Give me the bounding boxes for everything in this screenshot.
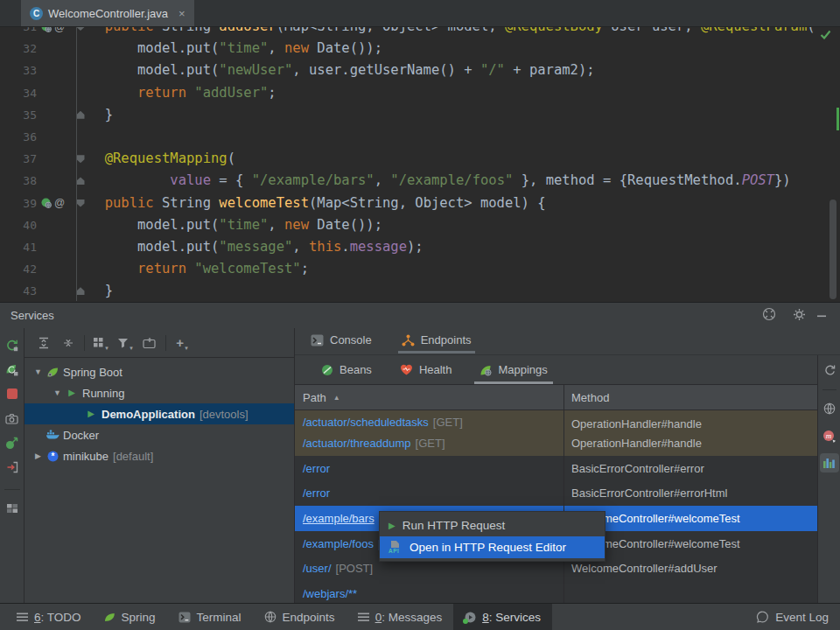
statusbar-event-log[interactable]: Event Log <box>745 611 840 624</box>
endpoint-row[interactable]: /errorBasicErrorController#errorHtml <box>295 480 817 506</box>
statusbar-item-label: 6: TODO <box>34 611 81 624</box>
endpoint-path-cell[interactable]: /actuator/threaddump[GET] <box>295 430 564 456</box>
mapping-icon[interactable] <box>41 198 52 208</box>
endpoint-row[interactable]: /actuator/scheduledtasks[GET]OperationHa… <box>295 410 817 430</box>
endpoint-path-link[interactable]: /actuator/scheduledtasks <box>303 416 429 429</box>
target-button[interactable] <box>758 304 780 324</box>
at-icon[interactable]: @ <box>54 198 65 208</box>
collapse-button[interactable] <box>58 333 79 353</box>
tab-health[interactable]: Health <box>400 356 452 384</box>
code-editor[interactable]: 31@ public String addUser(Map<String, Ob… <box>0 0 840 302</box>
separator <box>165 335 166 351</box>
tab-beans[interactable]: Beans <box>321 356 372 384</box>
line-number: 40 <box>0 219 37 232</box>
chart-button[interactable] <box>820 453 839 472</box>
tree-item-running[interactable]: ▼▶Running <box>24 382 294 403</box>
code-text: public String welcomeTest(Map<String, Ob… <box>88 192 546 214</box>
grid-button[interactable] <box>3 499 22 518</box>
tree-item-demoapplication[interactable]: ▶DemoApplication[devtools] <box>24 403 294 424</box>
endpoint-path-cell[interactable]: /error <box>295 456 564 481</box>
endpoint-path-cell[interactable]: /error <box>295 480 564 506</box>
close-tab-icon[interactable]: × <box>178 7 186 20</box>
editor-tab-title: WelcomeController.java <box>48 7 168 20</box>
code-line-35: 35 } <box>0 104 840 126</box>
frameplus-button[interactable] <box>139 333 160 353</box>
editor-tab-bar: C WelcomeController.java × <box>0 0 840 26</box>
inspection-ok-icon[interactable] <box>820 27 831 43</box>
tab-mappings[interactable]: Mappings <box>480 356 547 384</box>
menu-item-run-http-request[interactable]: ▶Run HTTP Request <box>380 514 605 536</box>
refresh-button[interactable] <box>820 360 839 380</box>
exit-button[interactable] <box>3 458 22 477</box>
play-icon: ▶ <box>64 388 80 397</box>
tree-expander-icon[interactable]: ▶ <box>32 452 45 460</box>
gear-button[interactable] <box>788 305 810 325</box>
metrics-button[interactable]: m <box>820 426 839 445</box>
tree-item-docker[interactable]: Docker <box>24 424 294 445</box>
mappings-table: Path ▲ Method /actuator/scheduledtasks[G… <box>295 384 817 604</box>
endpoint-path-link[interactable]: /example/bars <box>303 512 374 525</box>
globe-button[interactable] <box>820 399 839 418</box>
minimize-button[interactable] <box>810 306 833 326</box>
tree-expander-icon[interactable]: ▼ <box>51 388 64 397</box>
rerun-button[interactable] <box>3 335 22 354</box>
tree-item-spring-boot[interactable]: ▼Spring Boot <box>24 361 294 382</box>
endpoint-path-link[interactable]: /webjars/** <box>303 587 357 600</box>
scrollbar-analysis-marker <box>836 108 839 130</box>
endpoint-row[interactable]: /errorBasicErrorController#error <box>295 456 817 481</box>
plus-button[interactable]: +▾ <box>172 333 192 353</box>
fold-marker-icon[interactable] <box>77 177 85 185</box>
fold-marker-icon[interactable] <box>77 200 85 207</box>
kubernetes-icon: * <box>45 451 60 462</box>
editor-tab[interactable]: C WelcomeController.java × <box>21 0 194 26</box>
menu-item-open-in-http-request-editor[interactable]: APIOpen in HTTP Request Editor <box>380 536 605 558</box>
camera-button[interactable] <box>3 409 22 428</box>
expand-button[interactable] <box>33 333 54 353</box>
endpoint-path-link[interactable]: /error <box>303 462 330 475</box>
docker-icon <box>45 430 60 440</box>
fold-marker-icon[interactable] <box>77 155 85 163</box>
terminal-icon <box>178 612 191 623</box>
attach-button[interactable] <box>3 433 22 452</box>
code-line-42: 42 return "welcomeTest"; <box>0 258 840 280</box>
code-text: model.put("time", new Date()); <box>88 38 382 60</box>
filter-button[interactable]: ▾ <box>115 333 136 353</box>
menu-item-label: Open in HTTP Request Editor <box>410 541 566 554</box>
group-button[interactable]: ▾ <box>90 333 111 353</box>
statusbar-services[interactable]: 8: Services <box>453 604 552 630</box>
stop-button[interactable] <box>3 384 22 403</box>
editor-scrollbar[interactable] <box>830 200 836 299</box>
endpoint-row[interactable]: /webjars/** <box>295 581 817 604</box>
line-number: 41 <box>0 241 37 254</box>
fold-marker-icon[interactable] <box>77 111 85 119</box>
tree-item-suffix: [default] <box>113 450 153 463</box>
statusbar-terminal[interactable]: Terminal <box>167 604 253 630</box>
endpoint-path-link[interactable]: /user/ <box>303 562 332 575</box>
endpoint-row[interactable]: /actuator/threaddump[GET]OperationHandle… <box>295 430 817 456</box>
endpoint-path-link[interactable]: /actuator/threaddump <box>303 437 411 450</box>
fold-marker-icon[interactable] <box>77 287 85 295</box>
statusbar-todo[interactable]: 6: TODO <box>5 604 93 630</box>
column-header-path[interactable]: Path ▲ <box>295 391 564 404</box>
tree-item-minikube[interactable]: ▶*minikube[default] <box>24 445 294 466</box>
line-number: 37 <box>0 152 37 165</box>
statusbar-spring[interactable]: Spring <box>93 604 167 630</box>
endpoint-path-link[interactable]: /example/foos <box>303 537 374 550</box>
statusbar-endpoints[interactable]: Endpoints <box>253 604 346 630</box>
ide-window: 31@ public String addUser(Map<String, Ob… <box>0 0 840 630</box>
statusbar-messages[interactable]: 0: Messages <box>346 604 454 630</box>
restart-button[interactable] <box>3 360 22 379</box>
tab-endpoints[interactable]: Endpoints <box>402 328 472 352</box>
tree-expander-icon[interactable]: ▼ <box>32 368 45 376</box>
code-line-34: 34 return "addUser"; <box>0 82 840 104</box>
line-number: 38 <box>0 174 37 187</box>
services-tree: ▼Spring Boot▼▶Running▶DemoApplication[de… <box>24 358 294 466</box>
endpoint-path-cell[interactable]: /actuator/scheduledtasks[GET] <box>295 410 564 430</box>
tab-console[interactable]: Console <box>311 328 372 352</box>
endpoint-path-link[interactable]: /error <box>303 486 330 500</box>
line-number: 33 <box>0 64 37 77</box>
column-header-method[interactable]: Method <box>564 385 817 410</box>
java-class-icon: C <box>30 7 43 20</box>
endpoint-path-cell[interactable]: /webjars/** <box>295 581 564 604</box>
code-line-41: 41 model.put("message", this.message); <box>0 236 840 258</box>
